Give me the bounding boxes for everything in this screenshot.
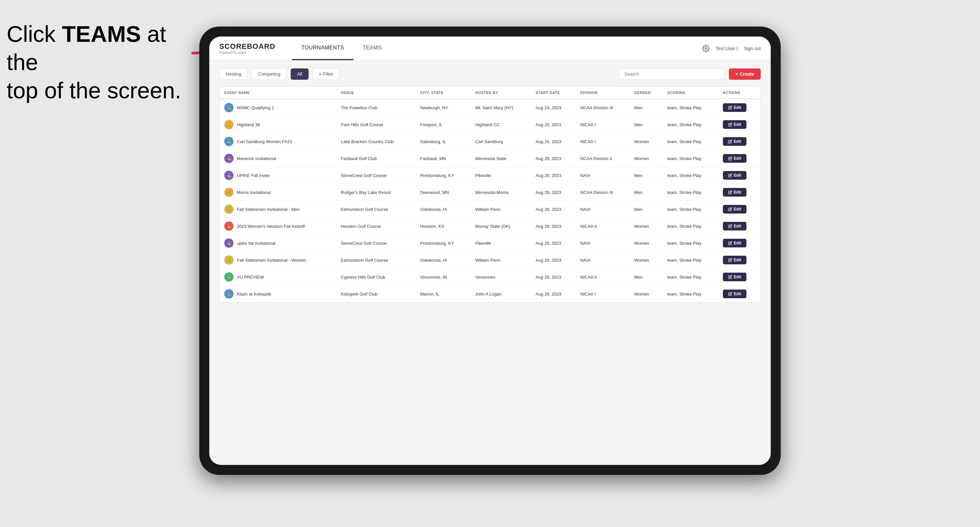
scoring-cell: team, Stroke Play bbox=[663, 269, 718, 286]
division-cell: NICAA II bbox=[576, 218, 630, 235]
filter-all-btn[interactable]: All bbox=[291, 68, 309, 80]
division-cell: NCAA Division II bbox=[576, 150, 630, 167]
venue-cell: Edmundson Golf Course bbox=[336, 201, 415, 218]
edit-button[interactable]: Edit bbox=[723, 222, 747, 230]
table-row: ⛳ Fall Statesmen Invitational - Women Ed… bbox=[220, 252, 760, 269]
scoring-cell: team, Stroke Play bbox=[663, 252, 718, 269]
event-name-cell: ⛳ Fall Statesmen Invitational - Men bbox=[220, 201, 336, 218]
scoring-cell: team, Stroke Play bbox=[663, 235, 718, 252]
event-icon: ⛳ bbox=[224, 238, 234, 248]
city-cell: Marion, IL bbox=[415, 286, 471, 303]
gender-cell: Men bbox=[630, 116, 663, 133]
division-cell: NAIA bbox=[576, 201, 630, 218]
actions-cell: Edit bbox=[718, 269, 760, 286]
gender-cell: Men bbox=[630, 269, 663, 286]
hosted-cell: Minnesota-Morris bbox=[471, 184, 531, 201]
city-cell: Freeport, IL bbox=[415, 116, 471, 133]
col-hosted: HOSTED BY bbox=[471, 87, 531, 99]
instruction-text: Click TEAMS at thetop of the screen. bbox=[6, 20, 199, 105]
date-cell: Aug 28, 2023 bbox=[531, 286, 576, 303]
hosted-cell: Vincennes bbox=[471, 269, 531, 286]
hosted-cell: Mt. Saint Mary (NY) bbox=[471, 99, 531, 116]
search-input[interactable] bbox=[619, 68, 725, 80]
gender-cell: Women bbox=[630, 286, 663, 303]
scoring-cell: team, Stroke Play bbox=[663, 218, 718, 235]
date-cell: Aug 26, 2023 bbox=[531, 133, 576, 150]
nav-user: Test User | bbox=[716, 46, 738, 51]
city-cell: Galesburg, IL bbox=[415, 133, 471, 150]
tab-teams[interactable]: TEAMS bbox=[353, 37, 391, 60]
edit-button[interactable]: Edit bbox=[723, 205, 747, 214]
division-cell: NCAA Division III bbox=[576, 99, 630, 116]
scoring-cell: team, Stroke Play bbox=[663, 201, 718, 218]
actions-cell: Edit bbox=[718, 116, 760, 133]
edit-button[interactable]: Edit bbox=[723, 120, 747, 129]
filter-hosting-btn[interactable]: Hosting bbox=[219, 68, 248, 80]
filter-btn[interactable]: ≡ Filter bbox=[313, 68, 339, 80]
division-cell: NAIA bbox=[576, 235, 630, 252]
edit-button[interactable]: Edit bbox=[723, 273, 747, 281]
actions-cell: Edit bbox=[718, 99, 760, 116]
logo-text: SCOREBOARD bbox=[219, 42, 275, 51]
event-name: MSMC Qualifying 1 bbox=[237, 105, 274, 110]
edit-button[interactable]: Edit bbox=[723, 103, 747, 112]
filter-competing-btn[interactable]: Competing bbox=[251, 68, 287, 80]
event-name-cell: ⛳ Morris Invitational bbox=[220, 184, 336, 201]
city-cell: Newburgh, NY bbox=[415, 99, 471, 116]
actions-cell: Edit bbox=[718, 252, 760, 269]
scoring-cell: team, Stroke Play bbox=[663, 133, 718, 150]
city-cell: Vincennes, IN bbox=[415, 269, 471, 286]
content-area: Hosting Competing All ≡ Filter + Create … bbox=[209, 60, 771, 465]
create-button[interactable]: + Create bbox=[729, 68, 761, 80]
city-cell: Faribault, MN bbox=[415, 150, 471, 167]
event-icon: ⛳ bbox=[224, 256, 234, 265]
gear-icon[interactable] bbox=[702, 45, 710, 52]
edit-button[interactable]: Edit bbox=[723, 154, 747, 163]
col-scoring: SCORING bbox=[663, 87, 718, 99]
edit-button[interactable]: Edit bbox=[723, 188, 747, 197]
event-icon: ⛳ bbox=[224, 171, 234, 180]
nav-signout[interactable]: Sign out bbox=[744, 46, 761, 51]
logo-area: SCOREBOARD Powered by clippit bbox=[219, 42, 275, 54]
actions-cell: Edit bbox=[718, 133, 760, 150]
edit-button[interactable]: Edit bbox=[723, 256, 747, 264]
table-row: ⛳ upike fall invitational StoneCrest Gol… bbox=[220, 235, 760, 252]
filter-bar: Hosting Competing All ≡ Filter + Create bbox=[219, 68, 761, 80]
tab-tournaments[interactable]: TOURNAMENTS bbox=[292, 37, 353, 60]
event-name-cell: ⛳ VU PREVIEW bbox=[220, 269, 336, 286]
event-name: upike fall invitational bbox=[237, 241, 275, 246]
event-name-cell: ⛳ UPIKE Fall Invite bbox=[220, 167, 336, 184]
event-icon: ⛳ bbox=[224, 154, 234, 163]
col-division: DIVISION bbox=[576, 87, 630, 99]
table-row: ⛳ VU PREVIEW Cypress Hills Golf Club Vin… bbox=[220, 269, 760, 286]
venue-cell: Hesston Golf Course bbox=[336, 218, 415, 235]
event-name: Highland 36 bbox=[237, 122, 260, 127]
edit-button[interactable]: Edit bbox=[723, 290, 747, 298]
event-name: Carl Sandburg Women FA23 bbox=[237, 139, 292, 144]
gender-cell: Men bbox=[630, 201, 663, 218]
event-name-cell: ⛳ Maverick Invitational bbox=[220, 150, 336, 167]
table-row: ⛳ Carl Sandburg Women FA23 Lake Bracken … bbox=[220, 133, 760, 150]
venue-cell: Park Hills Golf Course bbox=[336, 116, 415, 133]
tournaments-table: EVENT NAME VENUE CITY, STATE HOSTED BY S… bbox=[219, 86, 761, 303]
edit-button[interactable]: Edit bbox=[723, 171, 747, 179]
edit-button[interactable]: Edit bbox=[723, 137, 747, 146]
event-name: Morris Invitational bbox=[237, 190, 271, 195]
table-row: ⛳ Morris Invitational Ruttger's Bay Lake… bbox=[220, 184, 760, 201]
venue-cell: Faribault Golf Club bbox=[336, 150, 415, 167]
venue-cell: Cypress Hills Golf Club bbox=[336, 269, 415, 286]
scoring-cell: team, Stroke Play bbox=[663, 167, 718, 184]
actions-cell: Edit bbox=[718, 218, 760, 235]
gender-cell: Women bbox=[630, 218, 663, 235]
event-name-cell: ⛳ Klash at Kokopelli bbox=[220, 286, 336, 303]
col-actions: ACTIONS bbox=[718, 87, 760, 99]
date-cell: Aug 28, 2023 bbox=[531, 218, 576, 235]
event-name-cell: ⛳ MSMC Qualifying 1 bbox=[220, 99, 336, 116]
edit-button[interactable]: Edit bbox=[723, 239, 747, 248]
hosted-cell: William Penn bbox=[471, 252, 531, 269]
date-cell: Aug 28, 2023 bbox=[531, 150, 576, 167]
event-name: Klash at Kokopelli bbox=[237, 292, 271, 297]
col-event-name: EVENT NAME bbox=[220, 87, 336, 99]
venue-cell: StoneCrest Golf Course bbox=[336, 235, 415, 252]
actions-cell: Edit bbox=[718, 184, 760, 201]
